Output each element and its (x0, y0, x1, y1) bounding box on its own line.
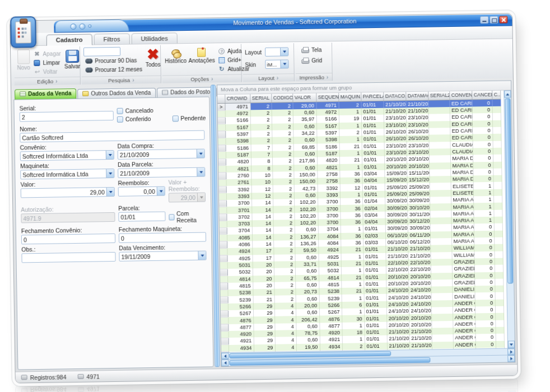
grid-cell[interactable]: 01/01 (362, 184, 385, 191)
grid-cell[interactable]: 01/01 (363, 260, 386, 267)
grid-cell[interactable]: 01/01 (361, 122, 384, 129)
grid-cell[interactable]: 0,60 (294, 192, 318, 199)
grid-cell[interactable]: 14 (252, 220, 273, 227)
grid-cell[interactable]: 150,00 (293, 171, 317, 178)
column-header[interactable]: CONVEN... (449, 91, 472, 100)
grid-cell[interactable]: 14 (251, 199, 273, 207)
layout-combo[interactable] (265, 47, 288, 57)
grid-cell[interactable]: 3393 (318, 192, 340, 199)
grid-cell[interactable]: 30/09/2009 (408, 225, 430, 232)
grid-cell[interactable] (428, 134, 450, 142)
row-indicator[interactable] (221, 324, 228, 332)
column-header[interactable]: SERIAL2 (428, 91, 449, 100)
grid-cell[interactable]: MARIA APA... (451, 224, 474, 231)
scroll-right-icon[interactable] (507, 348, 515, 354)
grid-cell[interactable]: 0,60 (293, 123, 316, 130)
grid-cell[interactable]: 4924 (227, 248, 252, 255)
grid-cell[interactable]: 1 (473, 182, 493, 189)
grid-cell[interactable] (431, 279, 452, 287)
grid-cell[interactable]: 20 (253, 262, 274, 269)
row-indicator[interactable] (220, 262, 227, 269)
grid-cell[interactable]: 24/10/2009 (386, 294, 409, 301)
grid-cell[interactable]: 21/10/2009 (408, 245, 430, 253)
grid-cell[interactable]: 21/10/2009 (383, 100, 405, 108)
grid-cell[interactable]: 20 (253, 275, 274, 282)
grid-cell[interactable]: 2 (274, 261, 295, 268)
grid-cell[interactable]: 2 (338, 101, 361, 109)
grid-cell[interactable]: 24/10/2009 (409, 300, 431, 307)
grid-cell[interactable]: 02/04 (362, 204, 385, 212)
grid-cell[interactable] (494, 230, 502, 237)
grid-cell[interactable]: 0 (474, 231, 494, 238)
grid-cell[interactable]: 4821 (226, 165, 251, 172)
grid-cell[interactable]: 02/03 (363, 232, 385, 239)
grid-cell[interactable]: 0 (473, 155, 493, 162)
grid-cell[interactable]: 0 (476, 341, 496, 348)
grid-cell[interactable]: 20/10/2009 (384, 156, 407, 163)
grid-cell[interactable]: 21 (339, 143, 362, 150)
grid-cell[interactable] (492, 106, 501, 114)
grid-cell[interactable]: 21/10/2009 (386, 328, 409, 335)
column-header[interactable]: C... (492, 91, 500, 99)
grid-cell[interactable]: ANDER CLA... (453, 300, 475, 307)
grid-cell[interactable] (492, 134, 501, 141)
row-indicator[interactable] (218, 138, 225, 145)
grid-cell[interactable]: 2 (273, 227, 295, 234)
grid-cell[interactable]: 01/01 (365, 342, 387, 349)
grid-cell[interactable]: 2 (272, 171, 293, 179)
grid-cell[interactable]: 4821 (317, 164, 339, 171)
grid-cell[interactable]: 2 (272, 116, 293, 124)
column-header[interactable]: MAQUIN... (338, 92, 361, 101)
grid-cell[interactable]: 03/03 (363, 239, 385, 246)
grid-cell[interactable]: 4924 (318, 246, 341, 254)
grid-cell[interactable]: 78,75 (296, 330, 319, 337)
grid-cell[interactable]: 20/10/2009 (386, 321, 409, 329)
grid-cell[interactable]: 01/01 (362, 142, 384, 150)
grid-cell[interactable]: 4 (274, 302, 296, 310)
grid-cell[interactable]: 12 (251, 185, 273, 193)
grid-cell[interactable]: 2 (273, 247, 295, 254)
grid-cell[interactable]: 21 (341, 246, 363, 254)
grid-cell[interactable] (492, 113, 501, 120)
grid-cell[interactable]: 3700 (226, 199, 251, 207)
grid-cell[interactable]: 20/10/2009 (384, 163, 407, 170)
row-indicator[interactable] (220, 227, 227, 235)
grid-cell[interactable]: MARIA APA... (451, 237, 474, 245)
column-header[interactable]: DATACO... (383, 92, 405, 101)
grid-cell[interactable]: 4920 (319, 329, 342, 337)
grid-cell[interactable]: 4085 (227, 234, 252, 241)
grid-cell[interactable]: 10 (251, 179, 272, 186)
grid-cell[interactable]: 2 (250, 102, 271, 110)
grid-cell[interactable]: 4877 (319, 323, 342, 330)
grid-cell[interactable]: 12 (340, 184, 362, 192)
grid-cell[interactable]: 23/10/2009 (384, 122, 406, 129)
grid-cell[interactable]: 1 (473, 203, 493, 210)
row-indicator[interactable] (218, 124, 225, 132)
grid-cell[interactable]: 20/10/2009 (408, 273, 431, 280)
grid-cell[interactable]: ED CARLOS... (450, 134, 472, 142)
grid-cell[interactable]: 0 (475, 320, 495, 328)
grid-cell[interactable] (430, 203, 451, 211)
grid-cell[interactable]: 0,60 (296, 295, 319, 302)
checkbox-icon[interactable] (169, 214, 174, 220)
grid-cell[interactable]: 5267 (319, 309, 342, 316)
grid-cell[interactable]: 29 (254, 344, 275, 351)
grid-cell[interactable]: 5031 (227, 262, 253, 269)
grid-cell[interactable]: 20/10/2009 (386, 315, 409, 322)
grid-cell[interactable]: CLAUDIA R... (450, 148, 473, 155)
grid-cell[interactable]: 5239 (319, 295, 342, 302)
grid-cell[interactable]: 20,73 (295, 288, 319, 296)
grid-cell[interactable]: 5238 (227, 289, 253, 296)
row-indicator[interactable] (218, 131, 225, 138)
row-indicator[interactable] (219, 186, 226, 193)
grid-cell[interactable]: 36 (341, 218, 363, 226)
grid-cell[interactable]: 0,60 (295, 226, 318, 234)
grid-cell[interactable]: 4 (274, 330, 296, 337)
grid-cell[interactable]: ANDER CLA... (453, 341, 476, 348)
grid-cell[interactable]: 21 (341, 287, 363, 295)
grid-cell[interactable] (431, 300, 453, 307)
grid-cell[interactable]: 1 (339, 150, 362, 157)
grid-cell[interactable]: 18 (342, 329, 364, 336)
grid-cell[interactable]: 3704 (318, 226, 341, 233)
grid-cell[interactable]: 4921 (229, 338, 254, 345)
